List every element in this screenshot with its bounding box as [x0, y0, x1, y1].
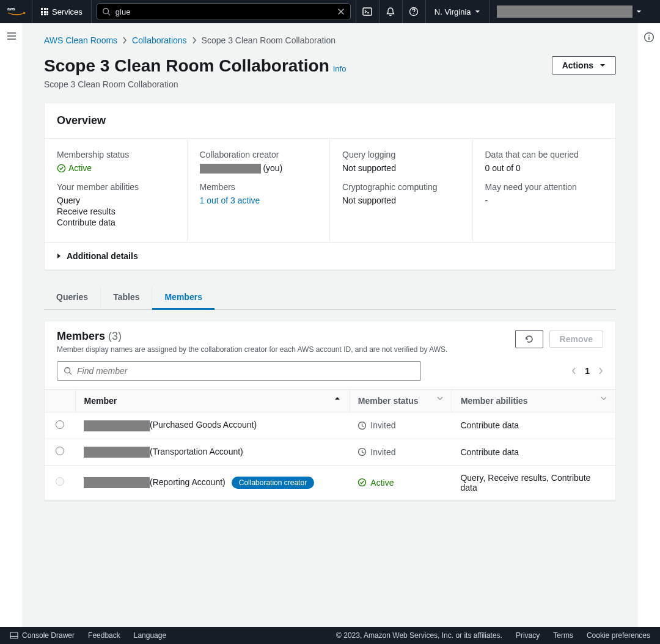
member-name-cell: (Transportation Account) [75, 439, 349, 465]
services-label: Services [52, 7, 82, 16]
members-panel: Members (3) Member display names are ass… [44, 321, 616, 501]
help-button[interactable] [402, 0, 425, 23]
members-table: Member Member status Member abilities (P… [45, 389, 615, 500]
row-select-radio[interactable] [56, 447, 64, 455]
chevron-right-icon [122, 37, 127, 44]
table-row: (Transportation Account)InvitedContribut… [45, 439, 615, 465]
data-queried-value: 0 out of 0 [485, 163, 604, 173]
cloudshell-button[interactable] [356, 0, 379, 23]
member-abilities-cell: Contribute data [452, 439, 615, 465]
query-logging-label: Query logging [342, 150, 460, 159]
collab-creator-value: (you) [200, 163, 318, 174]
svg-text:aws: aws [7, 7, 15, 11]
crypto-value: Not supported [342, 196, 460, 205]
chevron-right-icon [192, 37, 197, 44]
clear-search-icon[interactable] [337, 7, 345, 16]
member-status-cell: Invited [349, 439, 452, 465]
member-name-cell: (Purchased Goods Account) [75, 412, 349, 439]
svg-rect-5 [363, 8, 372, 15]
breadcrumb: AWS Clean Rooms Collaborations Scope 3 C… [44, 35, 616, 45]
pending-icon [358, 447, 367, 456]
refresh-icon [524, 334, 534, 344]
abilities-label: Your member abilities [57, 182, 175, 192]
main-content: AWS Clean Rooms Collaborations Scope 3 C… [23, 23, 637, 627]
members-header: Members (3) Member display names are ass… [45, 321, 615, 361]
cookies-link[interactable]: Cookie preferences [587, 631, 650, 640]
sort-icon [437, 396, 443, 401]
breadcrumb-collaborations[interactable]: Collaborations [132, 35, 187, 45]
global-search[interactable] [97, 3, 351, 20]
query-logging-value: Not supported [342, 163, 460, 173]
console-drawer-icon [10, 631, 18, 640]
tab-queries[interactable]: Queries [44, 286, 101, 309]
breadcrumb-root[interactable]: AWS Clean Rooms [44, 35, 117, 45]
abilities-value: Query Receive results Contribute data [57, 196, 175, 227]
tab-tables[interactable]: Tables [101, 286, 152, 309]
collab-creator-label: Collaboration creator [200, 150, 318, 159]
terms-link[interactable]: Terms [553, 631, 573, 640]
overview-header: Overview [45, 103, 615, 139]
tab-members[interactable]: Members [152, 286, 214, 310]
svg-point-15 [65, 368, 70, 373]
privacy-link[interactable]: Privacy [516, 631, 540, 640]
member-name-cell: (Reporting Account)Collaboration creator [75, 465, 349, 500]
refresh-button[interactable] [515, 330, 543, 348]
footer: Console Drawer Feedback Language © 2023,… [0, 627, 660, 644]
detail-tabs: Queries Tables Members [44, 286, 616, 310]
page-next[interactable] [598, 367, 603, 375]
language-link[interactable]: Language [134, 631, 166, 640]
feedback-link[interactable]: Feedback [88, 631, 120, 640]
attention-label: May need your attention [485, 182, 604, 192]
members-title: Members (3) [57, 330, 122, 342]
table-row: (Reporting Account)Collaboration creator… [45, 465, 615, 500]
member-name-redacted [84, 420, 150, 431]
caret-right-icon [57, 253, 62, 259]
console-drawer-button[interactable]: Console Drawer [10, 631, 75, 640]
members-count-label: Members [200, 182, 318, 192]
row-select-radio [56, 477, 64, 486]
svg-line-2 [108, 13, 110, 16]
page-subtitle: Scope 3 Clean Room Collaboration [44, 79, 346, 89]
page-title: Scope 3 Clean Room CollaborationInfo [44, 56, 346, 75]
svg-rect-20 [10, 632, 18, 639]
member-status-cell: Active [349, 465, 452, 500]
actions-dropdown[interactable]: Actions [552, 56, 616, 75]
member-name-redacted [84, 447, 150, 458]
notifications-button[interactable] [379, 0, 402, 23]
col-abilities[interactable]: Member abilities [452, 390, 615, 412]
pending-icon [358, 421, 367, 430]
page-current: 1 [585, 366, 590, 376]
page-prev[interactable] [571, 367, 576, 375]
info-panel-toggle[interactable] [644, 32, 654, 627]
account-menu[interactable] [497, 5, 642, 18]
status-ok-icon [57, 164, 66, 173]
search-icon [102, 7, 111, 16]
services-menu[interactable]: Services [32, 0, 92, 23]
region-selector[interactable]: N. Virginia [425, 0, 490, 23]
aws-logo[interactable]: aws [7, 0, 32, 23]
find-member-box[interactable] [57, 361, 421, 381]
overview-title: Overview [57, 114, 603, 127]
member-name-redacted [84, 477, 150, 488]
account-name-redacted [497, 5, 632, 18]
crypto-label: Cryptographic computing [342, 182, 460, 192]
data-queried-label: Data that can be queried [485, 150, 604, 159]
breadcrumb-current: Scope 3 Clean Room Collaboration [202, 35, 336, 45]
members-count-link[interactable]: 1 out of 3 active [200, 196, 318, 205]
open-sidenav-button[interactable] [7, 32, 16, 627]
remove-button[interactable]: Remove [549, 331, 603, 348]
member-abilities-cell: Query, Receive results, Contribute data [452, 465, 615, 500]
col-select [45, 390, 75, 412]
col-status[interactable]: Member status [349, 390, 452, 412]
attention-value: - [485, 196, 604, 205]
global-search-input[interactable] [116, 7, 332, 16]
col-member[interactable]: Member [75, 390, 349, 412]
membership-status-value: Active [57, 163, 175, 173]
additional-details-toggle[interactable]: Additional details [45, 242, 615, 269]
find-member-input[interactable] [77, 366, 414, 376]
row-select-radio[interactable] [56, 420, 64, 429]
left-rail [0, 23, 23, 627]
info-link[interactable]: Info [333, 64, 346, 73]
members-toolbar: 1 [45, 361, 615, 389]
svg-point-7 [414, 13, 414, 14]
